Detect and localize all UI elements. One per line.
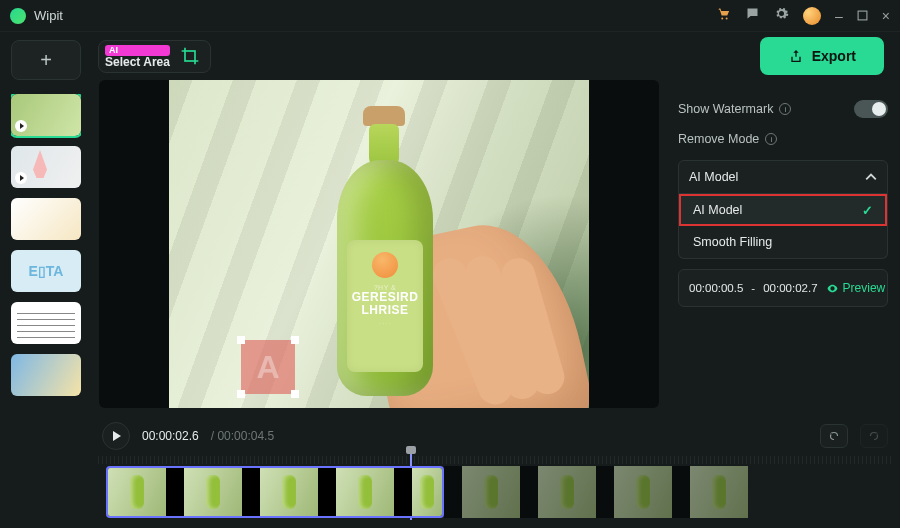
window-minimize-icon[interactable]: – [835, 8, 843, 24]
play-badge-icon [15, 120, 27, 132]
info-icon[interactable]: i [765, 133, 777, 145]
svg-rect-3 [185, 51, 195, 61]
preview-eye-icon [826, 282, 839, 295]
chevron-up-icon [865, 171, 877, 183]
timeline-clip-main[interactable] [106, 466, 444, 518]
svg-rect-2 [858, 11, 867, 20]
preview-button[interactable]: Preview [826, 281, 886, 295]
time-current: 00:00:02.6 [142, 429, 199, 443]
export-icon [788, 48, 804, 64]
timeline-clip-ghost[interactable] [444, 466, 748, 518]
range-start: 00:00:00.5 [689, 282, 743, 294]
info-icon[interactable]: i [779, 103, 791, 115]
remove-mode-select[interactable]: AI Model [678, 160, 888, 194]
thumbnail-item[interactable] [11, 302, 81, 344]
resize-handle[interactable] [291, 390, 299, 398]
timeline-ruler [98, 456, 892, 464]
account-avatar[interactable] [803, 7, 821, 25]
titlebar-icons: – × [716, 6, 890, 25]
time-range-box: 00:00:00.5 - 00:00:02.7 Preview [678, 269, 888, 307]
thumbnail-list: E▯TA [11, 94, 81, 396]
export-button[interactable]: Export [760, 37, 884, 75]
svg-point-0 [721, 18, 723, 20]
preview-canvas[interactable]: ?HY & GERESIRDLHRISE · · · · A [99, 80, 659, 408]
select-area-button[interactable]: AI Select Area [98, 40, 211, 73]
add-media-button[interactable]: + [11, 40, 81, 80]
play-badge-icon [15, 172, 27, 184]
remove-mode-dropdown: AI Model ✓ Smooth Filling [678, 194, 888, 259]
show-watermark-toggle[interactable] [854, 100, 888, 118]
media-sidebar: + E▯TA [0, 32, 90, 528]
thumbnail-item[interactable] [11, 198, 81, 240]
selection-box[interactable]: A [241, 340, 295, 394]
feedback-icon[interactable] [745, 6, 760, 25]
settings-panel: Show Watermark i Remove Mode i AI Model [674, 80, 900, 416]
top-toolbar: AI Select Area Export [90, 32, 900, 80]
mode-option-ai-model[interactable]: AI Model ✓ [679, 194, 887, 226]
window-close-icon[interactable]: × [882, 8, 890, 24]
range-end: 00:00:02.7 [763, 282, 817, 294]
resize-handle[interactable] [237, 390, 245, 398]
thumbnail-item[interactable]: E▯TA [11, 250, 81, 292]
thumbnail-item[interactable] [11, 146, 81, 188]
time-duration: 00:00:04.5 [217, 429, 274, 443]
title-bar: Wipit – × [0, 0, 900, 32]
video-frame: ?HY & GERESIRDLHRISE · · · · A [169, 80, 589, 408]
playbar: 00:00:02.6 / 00:00:04.5 [90, 416, 900, 456]
remove-mode-label: Remove Mode [678, 132, 759, 146]
svg-point-1 [726, 18, 728, 20]
window-maximize-icon[interactable] [857, 7, 868, 25]
mode-option-smooth-filling[interactable]: Smooth Filling [679, 226, 887, 258]
thumbnail-item[interactable] [11, 94, 81, 136]
ai-badge: AI [105, 45, 170, 56]
check-icon: ✓ [862, 203, 873, 218]
bottle-label: ?HY & GERESIRDLHRISE · · · · [347, 240, 423, 372]
select-area-label: Select Area [105, 56, 170, 68]
crop-icon [180, 46, 200, 66]
export-label: Export [812, 48, 856, 64]
app-root: Wipit – × + [0, 0, 900, 528]
timeline[interactable] [90, 456, 900, 528]
app-name: Wipit [34, 8, 63, 23]
resize-handle[interactable] [291, 336, 299, 344]
thumbnail-item[interactable] [11, 354, 81, 396]
app-logo-icon [10, 8, 26, 24]
settings-icon[interactable] [774, 6, 789, 25]
play-button[interactable] [102, 422, 130, 450]
show-watermark-label: Show Watermark [678, 102, 773, 116]
undo-button[interactable] [820, 424, 848, 448]
resize-handle[interactable] [237, 336, 245, 344]
cart-icon[interactable] [716, 6, 731, 25]
redo-button [860, 424, 888, 448]
